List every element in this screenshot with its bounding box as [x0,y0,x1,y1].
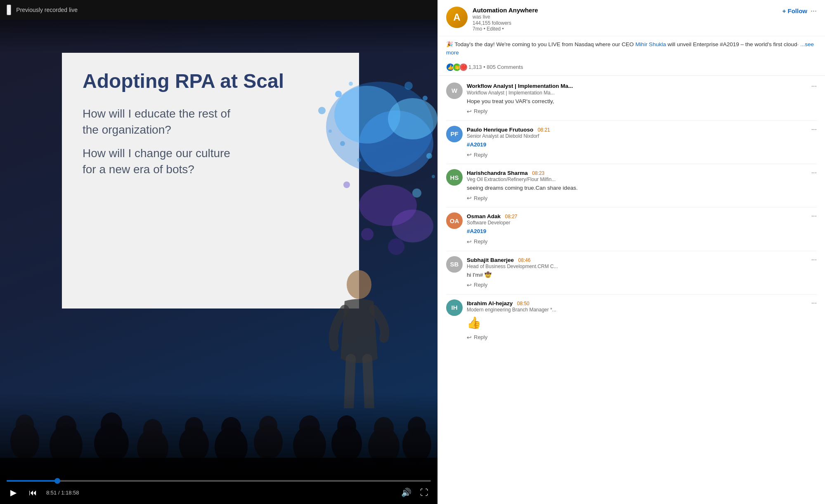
reply-label: Reply [474,238,487,245]
comment-text: seeing dreams coming true.Can share idea… [467,184,817,192]
comment-body: Harishchandra Sharma 08:23 ··· Veg Oil E… [467,169,817,202]
video-panel: ‹ Previously recorded live Adopting RPA … [0,0,437,504]
commenter-name[interactable]: Ibrahim Al-hejazy [467,300,513,306]
svg-point-15 [388,238,404,255]
progress-fill [7,480,57,482]
post-author-row: A Automation Anywhere was live 144,155 f… [446,7,817,32]
svg-point-42 [408,417,426,437]
post-description: 🎉 Today's the day! We're coming to you L… [438,36,825,61]
commenter-name-time: Ibrahim Al-hejazy 08:50 [467,299,530,307]
follow-label: + Follow [782,7,807,14]
comment-body: Workflow Analyst | Implementation Ma... … [467,82,817,115]
avatar-initials: PF [450,130,458,137]
commenter-name[interactable]: Osman Adak [467,213,501,219]
svg-point-7 [423,96,428,101]
divider [446,120,817,121]
reply-label: Reply [474,282,487,288]
reply-icon: ↩ [467,195,472,201]
commenter-title: Head of Business Development.CRM C... [467,264,582,269]
reply-button[interactable]: ↩ Reply [467,107,487,115]
video-frame: Adopting RPA at Scal How will I educate … [0,20,437,474]
commenter-avatar: OA [446,212,463,229]
video-controls: ▶ ⏮ 8:51 / 1:18:58 🔊 ⛶ [0,474,437,504]
post-meta: 7mo • Edited • [473,26,778,32]
svg-point-32 [221,417,241,439]
comment-hashtag: #A2019 [467,141,486,148]
description-text: 🎉 Today's the day! We're coming to you L… [446,41,635,47]
avatar-initials: SB [450,261,459,268]
comment-text: hi I'm# 🤠 [467,271,817,279]
commenter-name-time: Harishchandra Sharma 08:23 [467,169,544,177]
commenter-name[interactable]: Harishchandra Sharma [467,170,528,176]
comment-body: Osman Adak 08:27 ··· Software Developer … [467,212,817,245]
volume-icon: 🔊 [401,488,411,497]
comment-body: Paulo Henrique Frutuoso 08:21 ··· Senior… [467,126,817,159]
svg-point-11 [412,188,421,198]
svg-point-9 [426,153,432,159]
commenter-avatar: SB [446,256,463,273]
comment-text: Hope you treat you VAR's correctly, [467,97,817,106]
svg-point-24 [56,415,76,438]
reply-button[interactable]: ↩ Reply [467,333,487,341]
reply-button[interactable]: ↩ Reply [467,281,487,289]
slide-area: Adopting RPA at Scal How will I educate … [62,53,359,309]
more-options-button[interactable]: ··· [811,7,817,15]
comment-header-row: Paulo Henrique Frutuoso 08:21 ··· [467,126,817,133]
header-actions: + Follow ··· [782,7,817,15]
slide-question-1: How will I educate the rest ofthe organi… [83,106,338,138]
reply-button[interactable]: ↩ Reply [467,151,487,159]
comment-more-button[interactable]: ··· [811,299,817,307]
description-rest: will unveil Enterprise #A2019 – the worl… [666,41,799,47]
comment-more-button[interactable]: ··· [811,212,817,220]
follow-button[interactable]: + Follow [782,7,807,14]
slide-title: Adopting RPA at Scal [83,69,338,93]
reaction-icons: 👍 👏 ❤️ [446,63,466,71]
svg-point-20 [347,270,371,299]
svg-point-3 [388,98,437,139]
comment-item: OA Osman Adak 08:27 ··· Software Develop… [438,209,825,249]
commenter-title: Software Developer [467,220,582,226]
play-button[interactable]: ▶ [7,486,20,499]
volume-button[interactable]: 🔊 [399,486,413,499]
avatar-initials: HS [450,174,459,181]
love-reaction-icon: ❤️ [459,63,468,71]
comment-item: PF Paulo Henrique Frutuoso 08:21 ··· Sen… [438,122,825,162]
comment-more-button[interactable]: ··· [811,256,817,264]
commenter-title: Senior Analyst at Diebold Nixdorf [467,133,582,139]
svg-point-40 [374,417,394,439]
commenter-title: Veg Oil Extraction/Refinery/Flour Milfin… [467,177,582,182]
svg-point-38 [337,415,356,437]
commenter-avatar: HS [446,169,463,186]
commenter-name[interactable]: Workflow Analyst | Implementation Ma... [467,83,573,89]
was-live-badge: was live [473,14,778,20]
comment-item: IH Ibrahim Al-hejazy 08:50 ··· Modern en… [438,296,825,345]
commenter-name[interactable]: Paulo Henrique Frutuoso [467,127,533,133]
svg-point-14 [361,228,373,240]
comment-more-button[interactable]: ··· [811,169,817,177]
fullscreen-button[interactable]: ⛶ [418,486,431,499]
comment-time: 08:23 [532,170,544,176]
fullscreen-icon: ⛶ [420,488,428,497]
comment-more-button[interactable]: ··· [811,126,817,133]
skip-back-icon: ⏮ [29,488,37,497]
comment-header-row: Ibrahim Al-hejazy 08:50 ··· [467,299,817,307]
comment-time: 08:46 [518,257,531,263]
play-icon: ▶ [10,488,17,497]
skip-back-button[interactable]: ⏮ [26,486,40,499]
video-container: Adopting RPA at Scal How will I educate … [0,20,437,474]
reply-button[interactable]: ↩ Reply [467,238,487,246]
speaker-silhouette [322,268,396,408]
commenter-title: Workflow Analyst | Implementation Ma... [467,90,582,96]
back-button[interactable]: ‹ [7,5,11,15]
commenter-name[interactable]: Subhajit Banerjee [467,257,514,263]
reply-icon: ↩ [467,282,472,288]
description-link[interactable]: Mihir Shukla [635,41,666,47]
comment-text: #A2019 [467,227,817,236]
reply-icon: ↩ [467,238,472,245]
reactions-row: 👍 👏 ❤️ 1,313 • 805 Comments [438,61,825,76]
comment-more-button[interactable]: ··· [811,82,817,90]
reply-button[interactable]: ↩ Reply [467,194,487,202]
author-name[interactable]: Automation Anywhere [473,7,778,14]
progress-bar[interactable] [7,480,431,482]
video-top-gradient [0,20,437,53]
